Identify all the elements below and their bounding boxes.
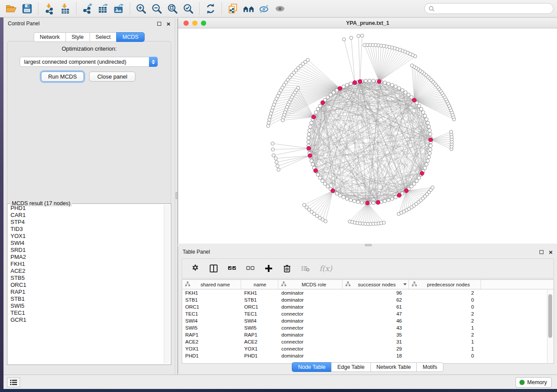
mcds-result-item[interactable]: GCR1 bbox=[8, 316, 164, 323]
graph-node-dominator[interactable] bbox=[307, 146, 311, 150]
graph-node[interactable] bbox=[427, 155, 431, 159]
graph-node[interactable] bbox=[277, 168, 280, 172]
graph-node-dominator[interactable] bbox=[412, 98, 416, 102]
graph-node-dominator[interactable] bbox=[353, 81, 357, 85]
graph-node[interactable] bbox=[404, 91, 407, 94]
graph-node[interactable] bbox=[417, 104, 421, 108]
graph-node-dominator[interactable] bbox=[397, 193, 401, 197]
graph-node[interactable] bbox=[383, 81, 387, 84]
import-network-icon[interactable] bbox=[42, 2, 57, 15]
tab-select[interactable]: Select bbox=[90, 32, 117, 42]
network-canvas[interactable] bbox=[178, 28, 557, 243]
tab-network-table[interactable]: Network Table bbox=[370, 362, 417, 372]
graph-node[interactable] bbox=[316, 173, 320, 176]
graph-node[interactable] bbox=[326, 185, 329, 188]
mcds-result-item[interactable]: STP4 bbox=[8, 219, 164, 226]
graph-node[interactable] bbox=[307, 136, 310, 140]
mcds-result-item[interactable]: TEC1 bbox=[8, 309, 164, 316]
graph-node[interactable] bbox=[360, 201, 363, 204]
graph-node[interactable] bbox=[342, 196, 345, 199]
minimize-window-icon[interactable] bbox=[192, 21, 197, 26]
mcds-result-item[interactable]: YOX1 bbox=[8, 233, 164, 240]
network-window-titlebar[interactable]: YPA_prune.txt_1 bbox=[178, 18, 557, 28]
zoom-out-icon[interactable] bbox=[149, 2, 165, 15]
graph-node[interactable] bbox=[343, 38, 346, 41]
graph-node[interactable] bbox=[412, 182, 416, 186]
graph-node[interactable] bbox=[422, 111, 425, 114]
graph-node[interactable] bbox=[272, 154, 275, 157]
table-scrollbar[interactable] bbox=[547, 290, 553, 363]
graph-node[interactable] bbox=[356, 200, 360, 204]
graph-node[interactable] bbox=[419, 107, 423, 111]
task-history-button[interactable] bbox=[7, 378, 20, 387]
graph-node[interactable] bbox=[326, 96, 329, 99]
zoom-fit-icon[interactable] bbox=[165, 2, 180, 15]
graph-node-dominator[interactable] bbox=[314, 168, 318, 172]
graph-node[interactable] bbox=[271, 142, 274, 145]
graph-node-dominator[interactable] bbox=[331, 189, 335, 193]
show-all-icon[interactable] bbox=[272, 2, 288, 15]
mcds-result-item[interactable]: PMA2 bbox=[8, 254, 164, 261]
table-row[interactable]: ACE2ACE2connector311 bbox=[182, 338, 554, 345]
tab-network[interactable]: Network bbox=[34, 32, 66, 42]
mcds-list-scrollbar[interactable] bbox=[164, 205, 170, 364]
import-table-icon[interactable] bbox=[57, 2, 73, 15]
graph-node[interactable] bbox=[345, 197, 349, 200]
graph-node[interactable] bbox=[383, 199, 387, 203]
graph-node[interactable] bbox=[394, 196, 398, 199]
graph-node[interactable] bbox=[332, 91, 336, 94]
graph-node[interactable] bbox=[387, 198, 390, 202]
graph-node[interactable] bbox=[450, 130, 453, 134]
graph-node[interactable] bbox=[391, 83, 394, 87]
graph-node[interactable] bbox=[335, 192, 339, 195]
horizontal-splitter[interactable] bbox=[178, 244, 557, 247]
graph-node[interactable] bbox=[426, 159, 429, 162]
close-panel-icon[interactable]: × bbox=[549, 250, 553, 254]
float-panel-icon[interactable] bbox=[540, 250, 543, 254]
graph-node[interactable] bbox=[349, 198, 353, 202]
graph-node-dominator[interactable] bbox=[338, 86, 342, 90]
graph-node[interactable] bbox=[428, 129, 432, 132]
graph-node[interactable] bbox=[345, 83, 349, 87]
graph-node[interactable] bbox=[321, 179, 324, 182]
graph-node[interactable] bbox=[276, 164, 279, 168]
graph-node-dominator[interactable] bbox=[377, 79, 381, 83]
mcds-result-item[interactable]: SWI4 bbox=[8, 240, 164, 247]
column-header-shared-name[interactable]: shared name bbox=[182, 280, 241, 289]
graph-node[interactable] bbox=[281, 119, 284, 122]
graph-node[interactable] bbox=[268, 115, 272, 118]
graph-node[interactable] bbox=[372, 79, 375, 83]
graph-node[interactable] bbox=[318, 104, 322, 108]
graph-node[interactable] bbox=[391, 197, 394, 200]
mcds-result-item[interactable]: CAR1 bbox=[8, 212, 164, 219]
graph-node[interactable] bbox=[401, 89, 404, 92]
delete-column-icon[interactable] bbox=[283, 264, 291, 273]
memory-button[interactable]: Memory bbox=[515, 377, 552, 388]
search-field[interactable] bbox=[424, 3, 554, 14]
column-header-MCDS-role[interactable]: MCDS role bbox=[278, 280, 343, 289]
graph-node[interactable] bbox=[426, 121, 429, 125]
graph-node[interactable] bbox=[368, 79, 371, 83]
graph-node-dominator[interactable] bbox=[312, 115, 316, 119]
node-attribute-table[interactable]: shared namenameMCDS rolesuccessor nodesp… bbox=[182, 279, 554, 364]
graph-node[interactable] bbox=[316, 107, 320, 111]
zoom-in-icon[interactable] bbox=[133, 2, 149, 15]
graph-node-dominator[interactable] bbox=[308, 154, 312, 158]
graph-node[interactable] bbox=[339, 194, 342, 197]
open-file-icon[interactable] bbox=[3, 2, 19, 15]
tab-node-table[interactable]: Node Table bbox=[292, 362, 331, 372]
graph-node[interactable] bbox=[425, 163, 428, 166]
column-header-predecessor-nodes[interactable]: predecessor nodes bbox=[409, 280, 481, 289]
graph-node[interactable] bbox=[423, 166, 427, 170]
graph-node[interactable] bbox=[268, 118, 271, 121]
table-settings-gear-icon[interactable] bbox=[191, 264, 200, 273]
float-panel-icon[interactable] bbox=[157, 22, 161, 26]
new-network-from-selection-icon[interactable] bbox=[225, 2, 241, 15]
zoom-selected-icon[interactable] bbox=[180, 2, 196, 15]
splitter-handle[interactable] bbox=[365, 244, 372, 246]
graph-node[interactable] bbox=[387, 82, 390, 86]
graph-node[interactable] bbox=[275, 161, 278, 164]
graph-node[interactable] bbox=[329, 93, 332, 96]
graph-node[interactable] bbox=[267, 121, 270, 124]
graph-node[interactable] bbox=[429, 132, 432, 136]
